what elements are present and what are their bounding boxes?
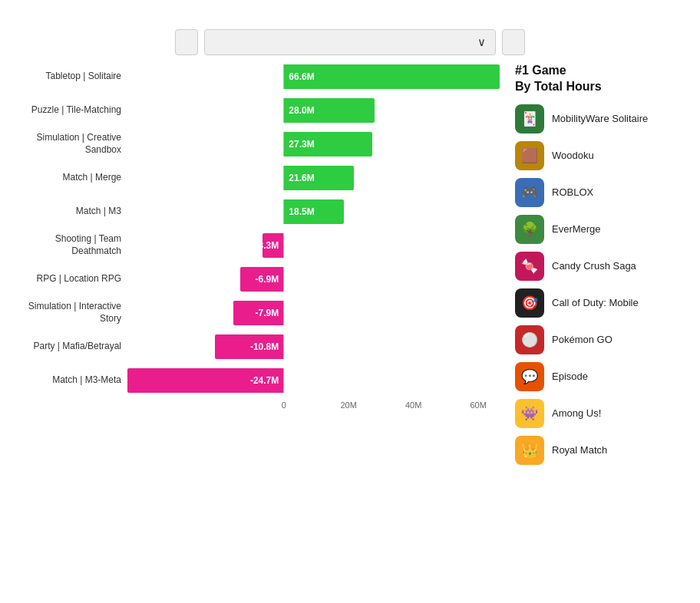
bar-label: Match | M3 <box>8 206 127 218</box>
positive-bar: 66.6M <box>284 64 500 89</box>
game-name: Woodoku <box>552 150 594 161</box>
bar-label: Tabletop | Solitaire <box>8 71 127 83</box>
game-item: 🎮ROBLOX <box>515 178 692 207</box>
positive-bar: 27.3M <box>284 132 372 157</box>
game-icon: ⚪ <box>515 325 544 354</box>
axis-row: 020M40M60M <box>8 400 500 414</box>
bar-area: -6.9M <box>127 265 500 293</box>
content-area: Tabletop | Solitaire66.6MPuzzle | Tile-M… <box>8 63 692 473</box>
game-item: ⚪Pokémon GO <box>515 325 692 354</box>
game-icon: 🎯 <box>515 288 544 318</box>
right-panel-title: #1 GameBy Total Hours <box>515 63 692 95</box>
bar-row: Simulation | Creative Sandbox27.3M <box>8 130 500 158</box>
negative-bar: -6.9M <box>240 267 284 292</box>
bar-row: Match | Merge21.6M <box>8 164 500 192</box>
game-icon: 🎮 <box>515 178 544 207</box>
positive-bar: 18.5M <box>284 199 344 224</box>
bar-area: 27.3M <box>127 130 500 158</box>
bar-row: Party | Mafia/Betrayal-10.8M <box>8 333 500 361</box>
bar-row: Match | M318.5M <box>8 198 500 226</box>
bar-area: 21.6M <box>127 164 500 192</box>
game-name: EverMerge <box>552 223 601 235</box>
bar-label: RPG | Location RPG <box>8 273 127 285</box>
bar-label: Match | M3-Meta <box>8 374 127 387</box>
bar-label: Simulation | Interactive Story <box>8 301 127 325</box>
game-name: Among Us! <box>552 407 601 419</box>
game-name: ROBLOX <box>552 186 593 198</box>
bar-label: Shooting | Team Deathmatch <box>8 233 127 257</box>
game-item: 🌳EverMerge <box>515 215 692 244</box>
chart-container: Tabletop | Solitaire66.6MPuzzle | Tile-M… <box>8 63 507 473</box>
next-region-button[interactable] <box>502 29 525 55</box>
game-item: 🍬Candy Crush Saga <box>515 252 692 281</box>
bar-chart: Tabletop | Solitaire66.6MPuzzle | Tile-M… <box>8 63 500 394</box>
games-list: 🃏MobilityWare Solitaire🟫Woodoku🎮ROBLOX🌳E… <box>515 104 692 465</box>
bar-row: Shooting | Team Deathmatch-3.3M <box>8 232 500 259</box>
game-name: MobilityWare Solitaire <box>552 113 648 124</box>
chevron-down-icon: ∨ <box>477 35 486 49</box>
bar-area: -24.7M <box>127 367 500 394</box>
bar-row: Match | M3-Meta-24.7M <box>8 367 500 394</box>
positive-bar: 21.6M <box>284 166 354 190</box>
game-icon: 🟫 <box>515 141 544 170</box>
game-name: Call of Duty: Mobile <box>552 297 639 308</box>
negative-bar: -24.7M <box>127 368 283 393</box>
axis-label: 60M <box>470 400 486 410</box>
game-icon: 👾 <box>515 399 544 428</box>
bar-label: Puzzle | Tile-Matching <box>8 104 127 117</box>
bar-area: -3.3M <box>127 232 500 259</box>
game-item: 🟫Woodoku <box>515 141 692 170</box>
bar-row: Tabletop | Solitaire66.6M <box>8 63 500 91</box>
axis-label: 20M <box>340 400 356 410</box>
bar-area: 18.5M <box>127 198 500 226</box>
game-name: Candy Crush Saga <box>552 260 636 272</box>
bar-label: Simulation | Creative Sandbox <box>8 132 127 156</box>
game-icon: 🍬 <box>515 252 544 281</box>
bar-area: 66.6M <box>127 63 500 91</box>
bar-area: 28.0M <box>127 97 500 124</box>
game-icon: 🃏 <box>515 104 544 133</box>
game-item: 🃏MobilityWare Solitaire <box>515 104 692 133</box>
region-dropdown[interactable]: ∨ <box>204 29 496 55</box>
bar-row: RPG | Location RPG-6.9M <box>8 265 500 293</box>
game-name: Royal Match <box>552 444 607 456</box>
bar-area: -10.8M <box>127 333 500 361</box>
game-item: 🎯Call of Duty: Mobile <box>515 288 692 318</box>
axis-label: 40M <box>405 400 421 410</box>
prev-region-button[interactable] <box>175 29 198 55</box>
right-panel: #1 GameBy Total Hours 🃏MobilityWare Soli… <box>507 63 692 473</box>
game-item: 💬Episode <box>515 362 692 391</box>
bar-label: Match | Merge <box>8 172 127 184</box>
game-name: Episode <box>552 371 588 382</box>
game-item: 👾Among Us! <box>515 399 692 428</box>
game-icon: 🌳 <box>515 215 544 244</box>
bar-row: Simulation | Interactive Story-7.9M <box>8 299 500 327</box>
bar-label: Party | Mafia/Betrayal <box>8 341 127 353</box>
bar-row: Puzzle | Tile-Matching28.0M <box>8 97 500 124</box>
region-selector: ∨ <box>175 29 525 55</box>
negative-bar: -7.9M <box>233 301 283 325</box>
bar-area: -7.9M <box>127 299 500 327</box>
positive-bar: 28.0M <box>284 98 375 123</box>
game-icon: 💬 <box>515 362 544 391</box>
game-icon: 👑 <box>515 436 544 465</box>
negative-bar: -3.3M <box>262 233 283 258</box>
negative-bar: -10.8M <box>215 334 283 359</box>
axis-label: 0 <box>282 400 286 410</box>
game-item: 👑Royal Match <box>515 436 692 465</box>
game-name: Pokémon GO <box>552 334 612 345</box>
